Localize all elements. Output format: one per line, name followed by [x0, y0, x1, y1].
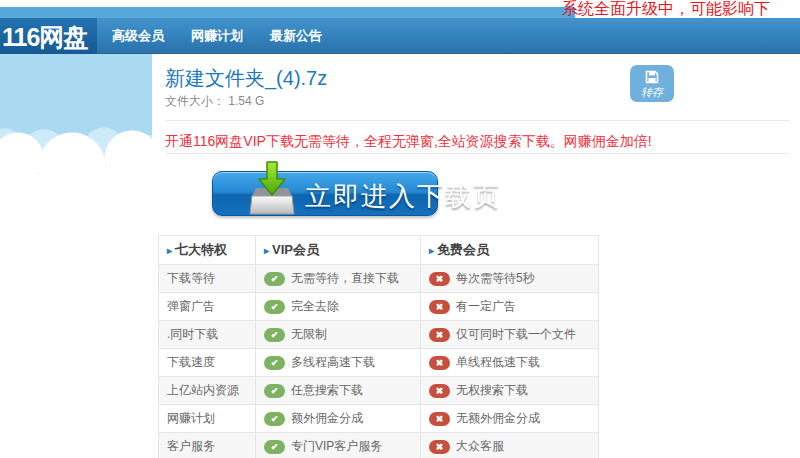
download-arrow-icon	[249, 159, 295, 217]
divider	[165, 120, 790, 121]
check-icon: ✔	[264, 328, 285, 342]
vip-cell: ✔无需等待，直接下载	[256, 265, 421, 293]
vip-text: 多线程高速下载	[291, 354, 375, 371]
header-arrow-icon: ▸	[264, 245, 269, 256]
save-button-label: 转存	[641, 86, 663, 98]
free-text: 仅可同时下载一个文件	[456, 326, 576, 343]
table-header-1: ▸七大特权	[159, 236, 256, 265]
free-text: 有一定广告	[456, 298, 516, 315]
file-size-label: 文件大小：	[165, 94, 225, 108]
feature-cell: 弹窗广告	[159, 293, 256, 321]
check-icon: ✔	[264, 356, 285, 370]
header-arrow-icon: ▸	[167, 245, 172, 256]
table-row: 网赚计划✔额外佣金分成✖无额外佣金分成	[159, 405, 599, 433]
free-cell: ✖每次需等待5秒	[421, 265, 599, 293]
vip-promo-text: 开通116网盘VIP下载无需等待，全程无弹窗,全站资源搜索下载。网赚佣金加倍!	[165, 133, 800, 150]
floppy-disk-icon	[644, 69, 660, 85]
file-name: 新建文件夹_(4).7z	[165, 66, 800, 90]
table-header-2: ▸VIP会员	[256, 236, 421, 265]
header-arrow-icon: ▸	[429, 245, 434, 256]
download-button-label: 立即进入下载页	[305, 179, 501, 214]
table-row: 上亿站内资源✔任意搜索下载✖无权搜索下载	[159, 377, 599, 405]
vip-cell: ✔多线程高速下载	[256, 349, 421, 377]
save-transfer-button[interactable]: 转存	[630, 65, 674, 102]
download-button[interactable]: 立即进入下载页	[212, 171, 438, 216]
vip-comparison-table: ▸七大特权▸VIP会员▸免费会员下载等待✔无需等待，直接下载✖每次需等待5秒弹窗…	[158, 235, 599, 458]
check-icon: ✔	[264, 440, 285, 454]
free-cell: ✖单线程低速下载	[421, 349, 599, 377]
cross-icon: ✖	[429, 384, 450, 398]
check-icon: ✔	[264, 384, 285, 398]
feature-cell: 网赚计划	[159, 405, 256, 433]
cross-icon: ✖	[429, 412, 450, 426]
table-row: 下载等待✔无需等待，直接下载✖每次需等待5秒	[159, 265, 599, 293]
cross-icon: ✖	[429, 272, 450, 286]
feature-cell: 客户服务	[159, 433, 256, 458]
cross-icon: ✖	[429, 356, 450, 370]
main-content: 新建文件夹_(4).7z 文件大小： 1.54 G 转存 开通116网盘VIP下…	[152, 54, 800, 458]
vip-text: 完全去除	[291, 298, 339, 315]
table-row: 客户服务✔专门VIP客户服务✖大众客服	[159, 433, 599, 458]
free-cell: ✖无额外佣金分成	[421, 405, 599, 433]
page: 系统全面升级中，可能影响下 116网盘 高级会员网赚计划最新公告 新建文件夹_(…	[0, 0, 800, 458]
divider	[165, 153, 790, 154]
free-text: 每次需等待5秒	[456, 270, 535, 287]
table-row: 弹窗广告✔完全去除✖有一定广告	[159, 293, 599, 321]
top-strip	[0, 7, 575, 18]
feature-cell: 下载速度	[159, 349, 256, 377]
check-icon: ✔	[264, 412, 285, 426]
vip-cell: ✔额外佣金分成	[256, 405, 421, 433]
vip-text: 专门VIP客户服务	[291, 438, 382, 455]
sky-background	[0, 54, 152, 458]
system-notice: 系统全面升级中，可能影响下	[562, 0, 770, 17]
free-cell: ✖大众客服	[421, 433, 599, 458]
file-size: 文件大小： 1.54 G	[165, 94, 800, 108]
free-cell: ✖仅可同时下载一个文件	[421, 321, 599, 349]
check-icon: ✔	[264, 272, 285, 286]
nav-item-1[interactable]: 高级会员	[112, 27, 164, 45]
vip-text: 额外佣金分成	[291, 410, 363, 427]
free-cell: ✖无权搜索下载	[421, 377, 599, 405]
file-size-value: 1.54 G	[228, 94, 264, 108]
free-text: 大众客服	[456, 438, 504, 455]
table-row: .同时下载✔无限制✖仅可同时下载一个文件	[159, 321, 599, 349]
navbar: 116网盘 高级会员网赚计划最新公告	[0, 18, 800, 54]
free-cell: ✖有一定广告	[421, 293, 599, 321]
vip-cell: ✔任意搜索下载	[256, 377, 421, 405]
cross-icon: ✖	[429, 440, 450, 454]
feature-cell: 上亿站内资源	[159, 377, 256, 405]
cross-icon: ✖	[429, 328, 450, 342]
vip-cell: ✔无限制	[256, 321, 421, 349]
nav-menu: 高级会员网赚计划最新公告	[112, 18, 322, 54]
feature-cell: 下载等待	[159, 265, 256, 293]
nav-item-3[interactable]: 最新公告	[270, 27, 322, 45]
vip-text: 无限制	[291, 326, 327, 343]
table-row: 下载速度✔多线程高速下载✖单线程低速下载	[159, 349, 599, 377]
vip-cell: ✔专门VIP客户服务	[256, 433, 421, 458]
free-text: 单线程低速下载	[456, 354, 540, 371]
free-text: 无权搜索下载	[456, 382, 528, 399]
vip-text: 任意搜索下载	[291, 382, 363, 399]
site-logo[interactable]: 116网盘	[0, 18, 97, 58]
vip-text: 无需等待，直接下载	[291, 270, 399, 287]
cross-icon: ✖	[429, 300, 450, 314]
free-text: 无额外佣金分成	[456, 410, 540, 427]
table-header-3: ▸免费会员	[421, 236, 599, 265]
feature-cell: .同时下载	[159, 321, 256, 349]
check-icon: ✔	[264, 300, 285, 314]
nav-item-2[interactable]: 网赚计划	[191, 27, 243, 45]
vip-cell: ✔完全去除	[256, 293, 421, 321]
